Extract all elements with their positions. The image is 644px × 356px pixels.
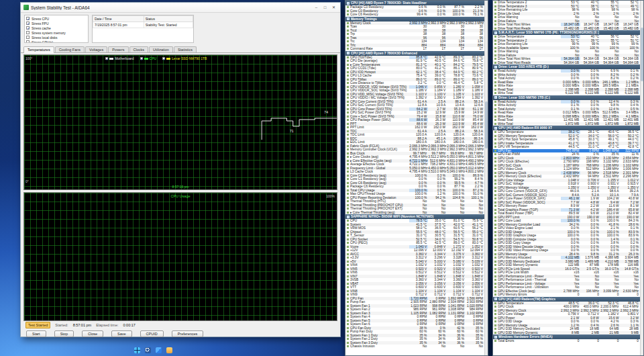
sensor-row[interactable]: Trfc884884884884 bbox=[345, 44, 484, 48]
sensor-row[interactable]: GPU Memory Clock2,438 MHz96 MHz2,518 MHz… bbox=[493, 171, 640, 175]
sensor-row[interactable]: Core C6 Residency99.4 %0.0 %100.0 %76.1 … bbox=[345, 13, 484, 17]
sensor-row[interactable]: T_Sensor31.0 °C30.5 °C31.5 °C31.0 °C bbox=[345, 234, 484, 238]
sensor-row[interactable]: Fabric Clock (FCLK)2,066.3 MHz2,066.3 MH… bbox=[345, 144, 484, 148]
sensor-row[interactable]: CPU IOD Hotspot62.1 °C38.4 °C64.9 °C60.2… bbox=[345, 71, 484, 75]
sensor-row[interactable]: GPU Core Current (VDDCR_GFX)44.0 A2.1 A9… bbox=[493, 189, 640, 193]
stress-option-stress-local-disks[interactable]: Stress local disks bbox=[26, 35, 87, 40]
save-button[interactable]: Save bbox=[111, 330, 132, 337]
sensor-row[interactable]: Max CPU/Thread Usage100.0 %1.2 %100.0 %9… bbox=[345, 192, 484, 196]
sensor-row[interactable]: System Fan 2 Duty35 %34 %36 %35 % bbox=[345, 337, 484, 341]
sensor-row[interactable]: GPU Memory Errors0000 bbox=[493, 293, 640, 297]
sensor-section-header[interactable]: CPU [#0] AMD Ryzen 7 7800X3D: Stats Head… bbox=[345, 1, 484, 5]
close-button[interactable]: Close bbox=[82, 330, 103, 337]
sensor-row[interactable]: GPU SoC Voltage0.918 V0.900 V0.931 V0.91… bbox=[493, 182, 640, 186]
sensor-row[interactable]: GPU D3D Usage100.0 %0.0 %100.0 %83.9 % bbox=[493, 230, 640, 234]
log-col-status[interactable]: Status bbox=[144, 16, 193, 22]
start-button[interactable]: Start bbox=[26, 330, 46, 337]
sensor-row[interactable]: Write Rate0.000 MB/s0.000 MB/s189.5 MB/s… bbox=[493, 84, 640, 88]
sensor-row[interactable]: Bus Clock99.7 MHz99.7 MHz99.8 MHz99.7 MH… bbox=[345, 152, 484, 156]
sensor-row[interactable]: GPU D3D Usage0.0 %0.0 %4.2 %0.3 % bbox=[493, 320, 640, 324]
sensor-row[interactable]: System41.5 °C37.5 °C42.0 °C41.1 °C bbox=[345, 223, 484, 227]
scrollbar[interactable] bbox=[640, 1, 643, 355]
sensor-row[interactable]: ▸ Core Clocks (avg)4,795.4 MHz3,512.2 MH… bbox=[345, 155, 484, 159]
checkbox-icon[interactable] bbox=[26, 26, 30, 30]
sensor-row[interactable]: Read Total12,401 MB12,401 MB12,401 MB12,… bbox=[493, 118, 640, 122]
sensor-row[interactable]: System Fan 1 Duty35 %34 %36 %35 % bbox=[345, 334, 484, 338]
sensor-row[interactable]: CPU Package Power (SMU)88.6 W26.3 W110.9… bbox=[345, 118, 484, 122]
sensor-row[interactable]: Core + SoC Power (SVI3 TFN)79.4 W15.8 W1… bbox=[345, 115, 484, 119]
sensor-row[interactable]: 3VSB3.360 V3.344 V3.360 V3.360 V bbox=[345, 278, 484, 282]
sensor-row[interactable]: CPU Socket52.5 °C34.0 °C54.5 °C50.8 °C bbox=[345, 238, 484, 242]
sensor-row[interactable]: Pump Fan Duty60 %60 %60 %60 % bbox=[345, 330, 484, 334]
sensor-row[interactable]: Read Activity0.0 %0.0 %6.9 %0.1 % bbox=[493, 69, 640, 73]
sensor-row[interactable]: Read Activity0.0 %0.0 %12.4 %0.3 % bbox=[493, 100, 640, 104]
sensor-row[interactable]: Drive Temperature 350 °C38 °C52 °C49 °C bbox=[493, 5, 640, 9]
sensor-row[interactable]: Drive Temperature53 °C40 °C56 °C52 °C bbox=[493, 35, 640, 39]
sensor-row[interactable]: GPU Intake Temperature41.2 °C29.6 °C43.8… bbox=[493, 142, 640, 146]
sensor-row[interactable]: GPU D3D Memory Dynamic8 MB2 MB21 MB9 MB bbox=[493, 331, 640, 335]
sensor-row[interactable]: System Fan 50 RPM0 RPM0 RPM0 RPM bbox=[345, 319, 484, 323]
sensor-row[interactable]: GPU VR Temperature44.5 °C31.0 °C47.2 °C4… bbox=[493, 145, 640, 149]
sensor-row[interactable]: GPU D3D Compute Usage0.0 %0.0 %1.4 %0.1 … bbox=[493, 238, 640, 242]
taskbar-widgets-icon[interactable] bbox=[156, 347, 162, 353]
sensor-row[interactable]: GPU Clock (Effective)2,790 MHz198 MHz3,1… bbox=[493, 160, 640, 164]
sensor-row[interactable]: GPU Memory Voltage1.350 V1.350 V1.350 V1… bbox=[493, 186, 640, 190]
sensor-row[interactable]: Memory Controller Clock (UCLK)2,992.3 MH… bbox=[345, 148, 484, 152]
sensor-row[interactable]: Trp38383838 bbox=[345, 32, 484, 36]
sensor-section-header[interactable]: SAPPHIRE NITRO+ B650M WIFI (Nuvoton NCT6… bbox=[345, 214, 484, 219]
checkbox-icon[interactable] bbox=[26, 40, 30, 43]
sensor-row[interactable]: GPU SoC Current (VDDCR_SOC)8.4 A5.2 A10.… bbox=[493, 193, 640, 197]
sensor-row[interactable]: L3 Cache Clock4,795.4 MHz3,510.0 MHz5,04… bbox=[345, 170, 484, 174]
sensor-row[interactable]: CPU SoC Current (SVI3 TFN)12.8 A10.9 A13… bbox=[345, 103, 484, 107]
sensor-row[interactable]: Read Rate0.000 MB/s0.000 MB/s246.1 MB/s1… bbox=[493, 81, 640, 85]
sensor-row[interactable]: Thermal Throttling (HTC)NoNoNoNo bbox=[345, 199, 484, 204]
sensor-row[interactable]: Package C0 Residency0.6 %0.0 %87.7 %2.2 … bbox=[345, 5, 484, 9]
sensor-row[interactable]: GPU Performance Limit - ThermalNoNoNoNo bbox=[493, 278, 640, 282]
sensor-row[interactable]: GPU Temperature38.2 °C28.1 °C40.6 °C36.5… bbox=[493, 130, 640, 134]
sensor-row[interactable]: Drive Life Used2 %2 %2 %2 % bbox=[493, 12, 640, 16]
sensor-row[interactable]: GPU Performance Limit - PowerYesNoYesYes bbox=[493, 275, 640, 279]
scrollbar-thumb[interactable] bbox=[641, 28, 643, 81]
sensor-row[interactable]: Total Activity0.1 %0.0 %12.4 %0.5 % bbox=[493, 107, 640, 112]
checkbox-icon[interactable] bbox=[26, 17, 30, 20]
sensor-row[interactable]: CPU SoC Power (SVI3 TFN)15.2 W12.9 W15.9… bbox=[345, 111, 484, 115]
sensor-row[interactable]: TDC Limit120.0 A120.0 A120.0 A120.0 A bbox=[345, 133, 484, 137]
maximize-icon[interactable]: □ bbox=[321, 4, 329, 11]
sensor-row[interactable]: Pump Fan2,905 RPM2,880 RPM2,934 RPM2,903… bbox=[345, 300, 484, 304]
sensor-row[interactable]: Tras96969696 bbox=[345, 36, 484, 40]
sensor-row[interactable]: GPU Core Voltage0.756 V0.712 V1.182 V0.8… bbox=[493, 312, 640, 316]
sensor-row[interactable]: Drive FailureNoNoNoNo bbox=[493, 19, 640, 24]
sensor-row[interactable]: GPU SoC Clock1,187 MHz768 MHz1,236 MHz1,… bbox=[493, 164, 640, 168]
sensor-section-header[interactable]: GPU [#1] AMD Radeon(TM) Graphics bbox=[493, 297, 640, 302]
sensor-row[interactable]: Command Rate1T1T1T1T bbox=[345, 47, 484, 51]
sensor-row[interactable]: System Fan 60 RPM0 RPM0 RPM0 RPM bbox=[345, 322, 484, 326]
sensor-row[interactable]: Write Activity0.0 %0.0 %8.2 %0.2 % bbox=[493, 73, 640, 77]
sensor-row[interactable]: System Fan 31,105 RPM1,082 RPM1,131 RPM1… bbox=[345, 312, 484, 316]
sensor-row[interactable]: Package C6 Residency0.0 %0.0 %87.7 %2.2 … bbox=[345, 185, 484, 189]
sensor-row[interactable]: Core C0 Residency (avg)100.0 %0.3 %100.0… bbox=[345, 174, 484, 178]
sensor-row[interactable]: Core Distance to TjMax3.2 °C0.0 °C46.4 °… bbox=[345, 81, 484, 85]
sensor-section-header[interactable]: CPU [#0] AMD Ryzen 7 7800X3D Enhanced bbox=[345, 51, 484, 56]
sensor-row[interactable]: Total CPU Usage100.0 %0.5 %100.0 %87.2 % bbox=[345, 189, 484, 193]
taskbar-windows-icon[interactable] bbox=[134, 347, 140, 353]
sensor-row[interactable]: Drive Total Host Writes18,347 GB18,347 G… bbox=[493, 23, 640, 27]
tab-cooling-fans[interactable]: Cooling Fans bbox=[55, 46, 85, 52]
sensor-row[interactable]: PPT88.6 W26.3 W110.9 W85.4 W bbox=[345, 122, 484, 126]
sensor-row[interactable]: CPU TjMax89.0 °C89.0 °C89.0 °C89.0 °C bbox=[345, 78, 484, 82]
sensor-row[interactable]: GPU D3D Video Decode Usage0.0 %0.0 %0.0 … bbox=[493, 245, 640, 249]
sensor-row[interactable]: VIN71.848 V1.848 V1.848 V1.848 V bbox=[345, 275, 484, 279]
sensor-row[interactable]: PPT Limit162.0 W162.0 W162.0 W162.0 W bbox=[345, 126, 484, 130]
sensor-row[interactable]: GPU Effective Clock (avg)2,788 MHz196 MH… bbox=[493, 290, 640, 294]
sensor-row[interactable]: GPU Hot Spot Temperature45.8 °C30.3 °C49… bbox=[493, 138, 640, 142]
sensor-row[interactable]: GPU Temperature48.5 °C36.0 °C52.3 °C46.8… bbox=[493, 302, 640, 306]
sensor-row[interactable]: Drive Remaining Life98 %98 %98 %98 % bbox=[493, 8, 640, 12]
sensor-row[interactable]: Total Graphics Power (TGP)71.3 W4.2 W186… bbox=[493, 208, 640, 212]
sensor-row[interactable]: Chipset55.5 °C48.0 °C56.5 °C55.0 °C bbox=[345, 230, 484, 234]
sensor-row[interactable]: Write Total1,872 MB1,872 MB1,872 MB1,872… bbox=[493, 122, 640, 126]
sensor-row[interactable]: Write Rate0.098 MB/s0.000 MB/s301.2 MB/s… bbox=[493, 115, 640, 119]
sensor-row[interactable]: Core C0 Residency0.6 %0.0 %100.0 %21.3 % bbox=[345, 9, 484, 13]
sensor-row[interactable]: GPU Memory Usage1.2 %0.4 %2.6 %1.1 % bbox=[493, 324, 640, 328]
sensor-row[interactable]: VTT0.600 V0.600 V0.600 V0.600 V bbox=[345, 285, 484, 290]
sensor-row[interactable]: CPU VDD_MISC Voltage (SVI3 TFN)1.103 V1.… bbox=[345, 93, 484, 97]
sensor-row[interactable]: VIN60.512 V0.512 V0.512 V0.512 V bbox=[345, 271, 484, 275]
